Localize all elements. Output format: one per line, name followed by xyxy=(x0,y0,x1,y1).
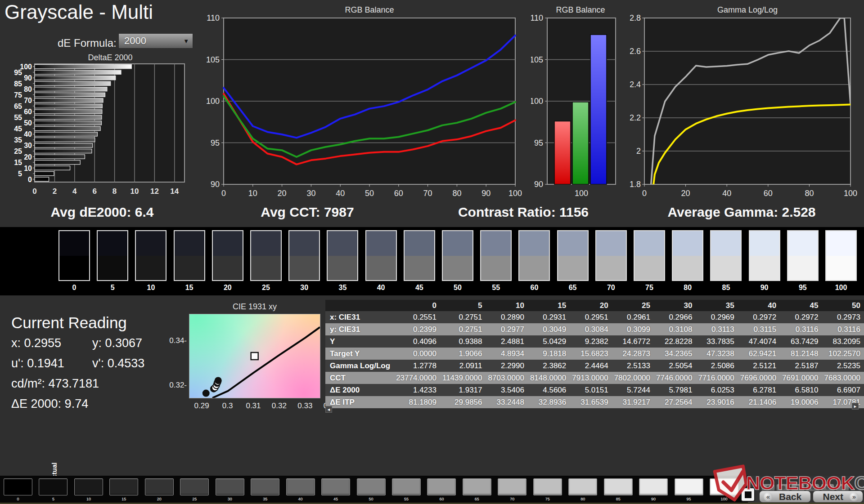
pattern-level-button[interactable] xyxy=(568,478,597,495)
table-cell: 6.2781 xyxy=(740,384,782,396)
reading-x: x: 0.2955 xyxy=(11,336,61,350)
table-cell: 2.2990 xyxy=(488,360,530,372)
pattern-level-button[interactable] xyxy=(710,478,738,495)
table-cell: 2.5121 xyxy=(740,360,782,372)
table-cell: 21.1406 xyxy=(740,396,782,408)
de-formula-dropdown[interactable]: 2000 ▼ xyxy=(118,33,193,49)
back-button[interactable]: « Back xyxy=(759,491,811,503)
deltae-bar xyxy=(35,177,49,181)
actual-swatch-half xyxy=(98,231,127,256)
target-swatch-half xyxy=(59,256,89,281)
pattern-level-button[interactable] xyxy=(392,478,421,495)
table-row-label: Y xyxy=(325,335,396,348)
average-gamma-stat: Average Gamma: 2.528 xyxy=(629,205,854,220)
axis-tick-label: 2 xyxy=(53,187,57,196)
swatch-level-label: 95 xyxy=(783,284,822,292)
pattern-level-button[interactable] xyxy=(675,478,703,495)
table-cell: 7913.0000 xyxy=(572,372,614,384)
table-cell: 0.4096 xyxy=(396,335,442,348)
pattern-level-button[interactable] xyxy=(74,478,103,495)
pattern-level-button[interactable] xyxy=(427,478,456,495)
pattern-level-label: 100 xyxy=(710,497,738,501)
pattern-level-button[interactable] xyxy=(39,478,68,495)
axis-tick-label: 35 xyxy=(14,136,22,144)
axis-tick-label: 0 xyxy=(32,187,36,196)
table-cell: 34.2365 xyxy=(656,348,698,360)
pattern-level-button[interactable] xyxy=(145,478,174,495)
deltae-bar-chart: 0246810121410095908580757065605550454035… xyxy=(9,57,198,205)
grayscale-swatch xyxy=(327,230,358,281)
table-scroll-left-button[interactable]: ◄ xyxy=(325,406,332,413)
pattern-level-button[interactable] xyxy=(357,478,386,495)
axis-tick-label: 2.6 xyxy=(630,47,641,56)
pattern-level-button[interactable] xyxy=(251,478,279,495)
grayscale-swatch xyxy=(672,230,703,281)
table-cell: 0.3049 xyxy=(530,323,572,335)
pattern-level-label: 60 xyxy=(427,497,456,501)
swatch-level-label: 30 xyxy=(285,284,324,292)
table-cell: 31.6539 xyxy=(572,396,614,408)
table-row-label: y: CIE31 xyxy=(325,323,396,335)
actual-swatch-half xyxy=(443,231,472,256)
back-arrow-icon: « xyxy=(764,492,773,501)
swatch-level-label: 60 xyxy=(515,284,554,292)
deltae-bar xyxy=(35,110,102,114)
next-button[interactable]: Next » xyxy=(813,491,863,503)
table-scroll-right-button[interactable]: ► xyxy=(852,403,859,410)
actual-swatch-half xyxy=(519,231,549,256)
pattern-level-button[interactable] xyxy=(286,478,315,495)
table-cell: 1.9317 xyxy=(442,384,488,396)
pattern-level-button[interactable] xyxy=(4,478,32,495)
table-cell: 83.2095 xyxy=(824,335,864,348)
pattern-level-button[interactable] xyxy=(321,478,350,495)
bottom-toolbar: « Back Next » 05101520253035404550556065… xyxy=(0,476,864,504)
target-swatch-half xyxy=(136,256,166,281)
pattern-window-button[interactable] xyxy=(741,487,755,502)
actual-swatch-half xyxy=(366,231,396,256)
axis-tick-label: 50 xyxy=(24,119,32,127)
pattern-level-label: 50 xyxy=(357,497,386,501)
pattern-level-button[interactable] xyxy=(463,478,491,495)
table-cell: 2.5054 xyxy=(656,360,698,372)
table-cell: 0.2399 xyxy=(396,323,442,335)
table-column-header: 20 xyxy=(572,300,614,311)
axis-tick-label: 12 xyxy=(150,187,159,196)
table-cell: 0.3116 xyxy=(824,323,864,335)
table-cell: 1.2778 xyxy=(396,360,442,372)
axis-tick-label: 100 xyxy=(508,189,522,198)
swatch-level-label: 50 xyxy=(438,284,477,292)
table-row: Y0.40960.93882.48815.04299.238214.677222… xyxy=(325,335,864,348)
target-swatch-half xyxy=(634,256,664,281)
green-balance-bar xyxy=(572,102,589,184)
axis-tick-label: 60 xyxy=(24,108,32,116)
table-cell: 63.7429 xyxy=(782,335,824,348)
target-swatch-half xyxy=(788,256,818,281)
pattern-level-button[interactable] xyxy=(180,478,209,495)
table-cell: 7691.0000 xyxy=(782,372,824,384)
pattern-level-button[interactable] xyxy=(109,478,138,495)
axis-tick-label: 0.32- xyxy=(164,381,187,390)
rgb-bar-chart-svg: 9095100105110100 xyxy=(531,4,626,211)
pattern-level-button[interactable] xyxy=(216,478,244,495)
pattern-level-button[interactable] xyxy=(639,478,668,495)
table-cell: 9.2382 xyxy=(572,335,614,348)
deltae-bar xyxy=(35,65,131,69)
grayscale-comparison-strip: Actual Target 05101520253035404550556065… xyxy=(0,227,864,295)
axis-tick-label: 15 xyxy=(14,159,22,166)
target-swatch-half xyxy=(750,256,779,281)
table-cell: 7696.0000 xyxy=(740,372,782,384)
pattern-level-button[interactable] xyxy=(604,478,633,495)
back-button-label: Back xyxy=(779,491,801,502)
axis-tick-label: 0 xyxy=(221,189,226,198)
swatch-level-label: 5 xyxy=(93,284,132,292)
axis-tick-label: 50 xyxy=(365,189,374,198)
table-cell: 0.3113 xyxy=(698,323,740,335)
table-row-label: CCT xyxy=(325,372,396,384)
pattern-level-button[interactable] xyxy=(533,478,562,495)
rgb-balance-line-chart: 90951001051100102030405060708090100 xyxy=(198,4,522,213)
table-cell: 0.2951 xyxy=(572,311,614,323)
table-cell: 0.0000 xyxy=(396,348,442,360)
table-cell: 0.2972 xyxy=(782,311,824,323)
table-cell: 0.3116 xyxy=(782,323,824,335)
pattern-level-button[interactable] xyxy=(498,478,526,495)
